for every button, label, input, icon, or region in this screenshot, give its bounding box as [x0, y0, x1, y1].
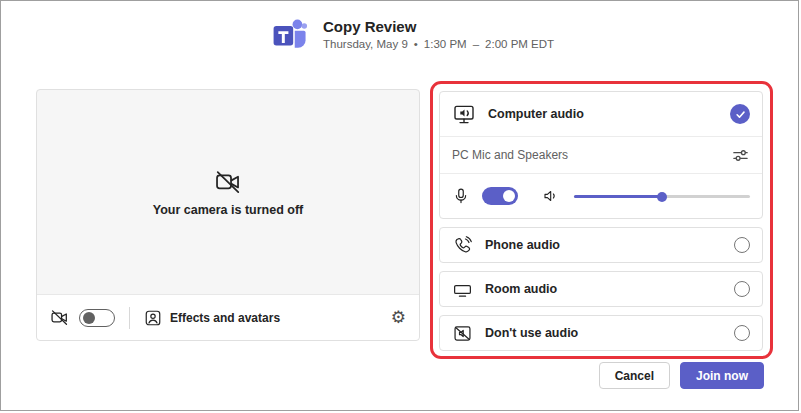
phone-audio-option[interactable]: Phone audio: [440, 228, 762, 262]
preview-toolbar: Effects and avatars ⚙: [37, 294, 419, 340]
speaker-icon: [542, 187, 560, 205]
effects-and-avatars-button[interactable]: Effects and avatars: [144, 309, 280, 327]
computer-audio-label: Computer audio: [488, 107, 584, 121]
meeting-join-window: Copy Review Thursday, May 9 • 1:30 PM – …: [0, 0, 799, 411]
meeting-start-time: 1:30 PM: [424, 39, 467, 51]
camera-preview: Your camera is turned off: [36, 89, 420, 341]
phone-audio-label: Phone audio: [485, 238, 560, 252]
phone-audio-icon: [452, 235, 473, 256]
no-audio-option[interactable]: Don't use audio: [440, 316, 762, 350]
computer-audio-option[interactable]: Computer audio: [440, 92, 762, 136]
mic-toggle-knob: [503, 190, 515, 202]
camera-toggle-knob: [83, 312, 95, 324]
volume-slider-knob[interactable]: [657, 192, 667, 202]
device-settings-gear-icon[interactable]: ⚙: [391, 309, 406, 326]
meeting-info: Copy Review Thursday, May 9 • 1:30 PM – …: [323, 16, 554, 52]
phone-audio-card: Phone audio: [439, 227, 763, 263]
computer-audio-selected-check[interactable]: [730, 104, 750, 124]
computer-audio-icon: [452, 102, 476, 126]
camera-toggle[interactable]: [79, 309, 115, 327]
room-audio-option[interactable]: Room audio: [440, 272, 762, 306]
computer-audio-card: Computer audio PC Mic and Speakers: [439, 91, 763, 219]
page-title: Copy Review: [323, 19, 554, 34]
effects-avatar-icon: [144, 309, 162, 327]
camera-off-small-icon: [50, 308, 69, 327]
check-icon: [735, 109, 746, 120]
room-audio-radio[interactable]: [734, 281, 750, 297]
subtitle-dash: –: [473, 39, 479, 51]
join-now-button[interactable]: Join now: [680, 362, 764, 389]
meeting-end-time: 2:00 PM EDT: [485, 39, 554, 51]
microphone-icon: [452, 187, 470, 205]
no-audio-radio[interactable]: [734, 325, 750, 341]
camera-off-message: Your camera is turned off: [153, 203, 304, 217]
mic-toggle[interactable]: [482, 187, 518, 205]
effects-label: Effects and avatars: [170, 311, 280, 325]
no-audio-card: Don't use audio: [439, 315, 763, 351]
toolbar-divider: [129, 307, 130, 329]
cancel-button[interactable]: Cancel: [599, 362, 670, 389]
no-audio-label: Don't use audio: [485, 326, 578, 340]
mic-and-volume-row: [440, 174, 762, 218]
audio-device-row: PC Mic and Speakers: [440, 136, 762, 174]
audio-off-icon: [452, 323, 473, 344]
room-audio-label: Room audio: [485, 282, 557, 296]
device-settings-sliders-icon[interactable]: [731, 146, 750, 165]
footer-actions: Cancel Join now: [599, 362, 764, 389]
meeting-date: Thursday, May 9: [323, 39, 408, 51]
meeting-header: Copy Review Thursday, May 9 • 1:30 PM – …: [272, 16, 554, 52]
phone-audio-radio[interactable]: [734, 237, 750, 253]
subtitle-bullet: •: [414, 39, 418, 51]
volume-slider[interactable]: [574, 189, 750, 203]
room-audio-icon: [452, 279, 473, 300]
teams-logo-icon: [272, 18, 308, 52]
audio-device-name: PC Mic and Speakers: [452, 148, 568, 162]
room-audio-card: Room audio: [439, 271, 763, 307]
camera-off-icon: [214, 168, 242, 196]
camera-off-panel: Your camera is turned off: [37, 90, 419, 294]
volume-slider-fill: [574, 195, 662, 198]
meeting-subtitle: Thursday, May 9 • 1:30 PM – 2:00 PM EDT: [323, 39, 554, 51]
